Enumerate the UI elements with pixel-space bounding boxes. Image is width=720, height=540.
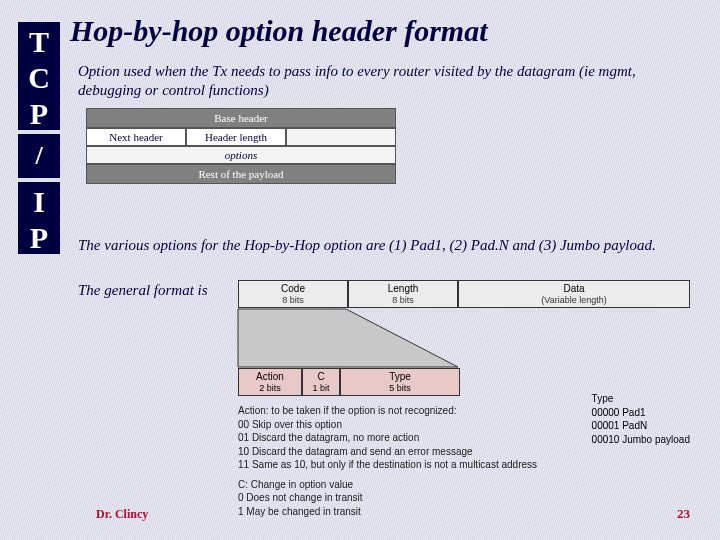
fig2-action: Action2 bits bbox=[238, 368, 302, 396]
sidebar-slash: / bbox=[18, 134, 60, 178]
sidebar-mid: / bbox=[18, 134, 60, 178]
fig2-type: Type5 bits bbox=[340, 368, 460, 396]
fig2-bits-row: Action2 bits C1 bit Type5 bits bbox=[238, 368, 460, 396]
fig1-next-header: Next header bbox=[86, 128, 186, 146]
type-pad1: 00000 Pad1 bbox=[592, 406, 690, 420]
legend-c0: 0 Does not change in transit bbox=[238, 491, 690, 505]
fig2-type-table: Type 00000 Pad1 00001 PadN 00010 Jumbo p… bbox=[592, 392, 690, 446]
fig1-rest: Rest of the payload bbox=[86, 164, 396, 184]
type-head: Type bbox=[592, 392, 690, 406]
fig2-c: C1 bit bbox=[302, 368, 340, 396]
fig2-length: Length8 bits bbox=[348, 280, 458, 308]
sidebar-i: I bbox=[18, 184, 60, 220]
fig1-base: Base header bbox=[86, 108, 396, 128]
fig1-blank bbox=[286, 128, 396, 146]
intro-text: Option used when the Tx needs to pass in… bbox=[78, 62, 678, 100]
sidebar-bot: I P bbox=[18, 182, 60, 254]
footer-author: Dr. Clincy bbox=[96, 507, 148, 522]
fig2-code: Code8 bits bbox=[238, 280, 348, 308]
legend-a10: 10 Discard the datagram and send an erro… bbox=[238, 445, 690, 459]
figure-code-format: Code8 bits Length8 bits Data(Variable le… bbox=[238, 280, 690, 518]
legend-c-head: C: Change in option value bbox=[238, 478, 690, 492]
svg-marker-0 bbox=[238, 309, 458, 367]
legend-a11: 11 Same as 10, but only if the destinati… bbox=[238, 458, 690, 472]
fig1-options: options bbox=[86, 146, 396, 164]
footer-page-number: 23 bbox=[677, 506, 690, 522]
figure-base-header: Base header Next header Header length op… bbox=[86, 108, 396, 184]
sidebar-c: C bbox=[18, 60, 60, 96]
type-jumbo: 00010 Jumbo payload bbox=[592, 433, 690, 447]
fig2-data: Data(Variable length) bbox=[458, 280, 690, 308]
fig2-top-row: Code8 bits Length8 bits Data(Variable le… bbox=[238, 280, 690, 308]
options-paragraph: The various options for the Hop-by-Hop o… bbox=[78, 236, 698, 256]
sidebar-top: T C P bbox=[18, 22, 60, 130]
type-padn: 00001 PadN bbox=[592, 419, 690, 433]
fig1-header-length: Header length bbox=[186, 128, 286, 146]
sidebar-t: T bbox=[18, 24, 60, 60]
sidebar-p1: P bbox=[18, 96, 60, 132]
trapezoid-icon bbox=[236, 307, 466, 369]
legend-c1: 1 May be changed in transit bbox=[238, 505, 690, 519]
sidebar-acronym: T C P bbox=[18, 22, 60, 130]
fig2-expansion bbox=[238, 308, 690, 368]
slide-title: Hop-by-hop option header format bbox=[70, 14, 488, 48]
sidebar-p2: P bbox=[18, 220, 60, 256]
